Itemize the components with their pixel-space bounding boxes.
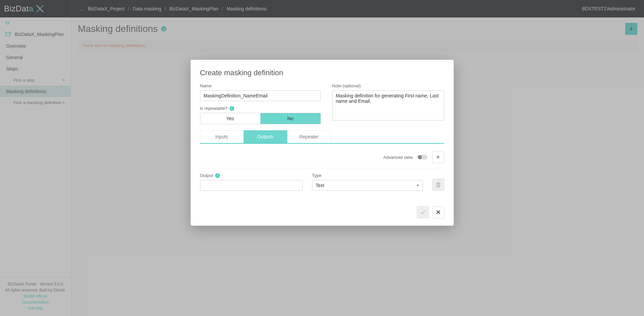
note-label: Note (optional) (332, 83, 444, 88)
note-textarea[interactable] (332, 90, 444, 121)
create-definition-modal: Create masking definition Name Is repeat… (191, 60, 454, 226)
close-icon (436, 210, 440, 214)
name-label: Name (200, 83, 321, 88)
repeatable-yes-option[interactable]: Yes (200, 113, 260, 124)
tab-inputs[interactable]: Inputs (200, 130, 244, 143)
name-input[interactable] (200, 90, 321, 101)
output-label: Output i (200, 173, 303, 178)
repeatable-toggle: Yes No (200, 113, 321, 124)
repeatable-label: Is repeatable? i (200, 106, 321, 111)
cancel-button[interactable] (432, 206, 444, 218)
advanced-view-toggle[interactable] (417, 155, 428, 160)
output-row: Output i Type (200, 173, 444, 191)
plus-icon: + (436, 154, 440, 161)
modal-tabs: Inputs Outputs Repeater (200, 130, 444, 144)
info-icon[interactable]: i (230, 106, 234, 111)
modal-title: Create masking definition (200, 69, 444, 77)
tab-repeater[interactable]: Repeater (287, 130, 331, 143)
add-output-button[interactable]: + (432, 151, 444, 163)
output-name-input[interactable] (200, 180, 303, 191)
type-select[interactable] (312, 180, 423, 191)
trash-icon (436, 182, 441, 187)
type-label: Type (312, 173, 423, 178)
confirm-button[interactable] (417, 206, 429, 218)
check-icon (420, 210, 426, 215)
repeatable-no-option[interactable]: No (260, 113, 320, 124)
tab-outputs[interactable]: Outputs (244, 130, 287, 143)
modal-actions (200, 206, 444, 218)
advanced-view-label: Advanced view (383, 155, 412, 160)
delete-output-button[interactable] (432, 179, 444, 191)
outputs-toolbar: Advanced view + (200, 151, 444, 168)
info-icon[interactable]: i (215, 173, 220, 178)
